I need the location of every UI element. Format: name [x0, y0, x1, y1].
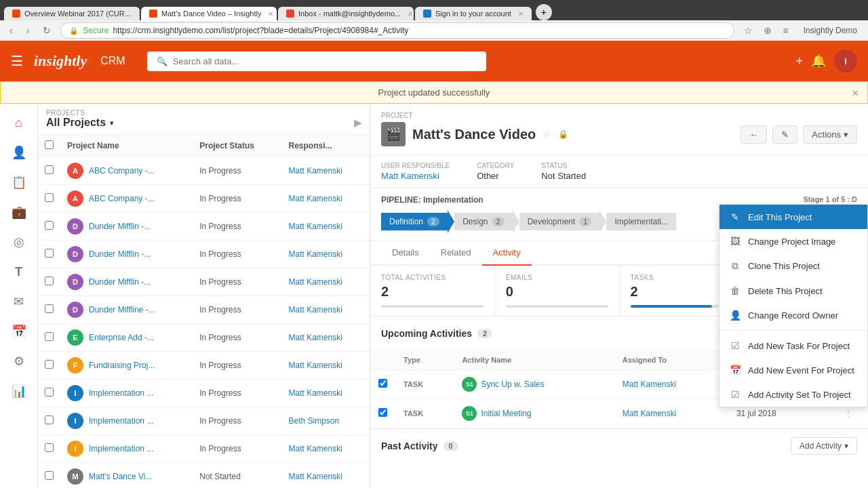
dropdown-item-clone-this-project[interactable]: ⧉Clone This Project — [719, 253, 867, 279]
sidebar-item-text[interactable]: T — [5, 258, 33, 285]
project-name-link[interactable]: Fundraising Proj... — [89, 361, 155, 370]
project-name-link[interactable]: ABC Company -... — [89, 194, 155, 203]
table-row[interactable]: I Implementation ... In Progress Beth Si… — [38, 407, 370, 435]
forward-button[interactable]: › — [22, 24, 34, 37]
edit-button-detail[interactable]: ✎ — [772, 125, 797, 144]
row-checkbox[interactable] — [45, 221, 54, 230]
row-checkbox[interactable] — [45, 249, 54, 258]
bookmark-button[interactable]: ☆ — [740, 24, 757, 37]
dropdown-item-delete-this-project[interactable]: 🗑Delete This Project — [719, 279, 867, 303]
row-checkbox[interactable] — [45, 193, 54, 202]
hamburger-menu[interactable]: ☰ — [11, 53, 23, 69]
table-row[interactable]: A ABC Company -... In Progress Matt Kame… — [38, 185, 370, 213]
notification-close[interactable]: ✕ — [852, 87, 859, 98]
project-name-link[interactable]: Dunder Miffline -... — [89, 305, 155, 314]
zoom-button[interactable]: ⊕ — [760, 24, 776, 37]
table-row[interactable]: F Fundraising Proj... In Progress Matt K… — [38, 352, 370, 380]
project-name-link[interactable]: Matt's Dance Vi... — [89, 472, 152, 481]
user-avatar[interactable]: I — [834, 49, 857, 73]
project-name-link[interactable]: Dunder Mifflin -... — [89, 222, 151, 231]
stage-implementation-btn[interactable]: Implementati... — [606, 213, 676, 230]
row-checkbox[interactable] — [45, 332, 54, 341]
tab-close-3[interactable]: ✕ — [408, 10, 413, 18]
sidebar-item-home[interactable]: ⌂ — [5, 109, 33, 136]
table-row[interactable]: D Dunder Mifflin -... In Progress Matt K… — [38, 213, 370, 241]
sidebar-item-opportunities[interactable]: 💼 — [5, 199, 33, 226]
table-row[interactable]: I Implementation ... In Progress Matt Ka… — [38, 435, 370, 463]
notification-icon[interactable]: 🔔 — [811, 54, 826, 68]
row-checkbox[interactable] — [45, 277, 54, 285]
row-checkbox[interactable] — [45, 360, 54, 369]
activity-name-link[interactable]: S1 Sync Up w. Sales — [462, 377, 606, 392]
tab-close-4[interactable]: ✕ — [518, 10, 524, 18]
activity-checkbox[interactable] — [378, 408, 387, 417]
sidebar-item-targets[interactable]: ◎ — [5, 228, 33, 256]
responsible-link[interactable]: Matt Kamenski — [289, 305, 342, 314]
project-name-link[interactable]: Implementation ... — [89, 416, 153, 426]
responsible-link[interactable]: Matt Kamenski — [289, 194, 342, 203]
sidebar-item-contacts[interactable]: 👤 — [5, 139, 33, 166]
stage-design-btn[interactable]: Design 2 — [454, 213, 512, 230]
stage-definition[interactable]: Definition 2 — [381, 210, 454, 233]
favorite-star-icon[interactable]: ☆ — [542, 129, 551, 140]
select-all-checkbox[interactable] — [45, 140, 54, 149]
activity-checkbox[interactable] — [378, 379, 387, 388]
browser-tab-1[interactable]: Overview Webinar 2017 (CUR... ✕ — [4, 7, 140, 20]
table-row[interactable]: M Matt's Dance Vi... Not Started Matt Ka… — [38, 463, 370, 489]
responsible-link[interactable]: Matt Kamenski — [289, 444, 342, 453]
project-name-link[interactable]: ABC Company -... — [89, 166, 155, 176]
sidebar-item-mail[interactable]: ✉ — [5, 288, 33, 315]
back-button[interactable]: ‹ — [5, 24, 17, 37]
dropdown-item-add-new-event[interactable]: 📅Add New Event For Project — [719, 358, 867, 382]
responsible-link[interactable]: Matt Kamenski — [289, 472, 342, 481]
projects-dropdown-icon[interactable]: ▾ — [110, 119, 113, 127]
browser-tab-2[interactable]: Matt's Dance Video – Insightly ✕ — [141, 7, 277, 20]
responsible-link[interactable]: Matt Kamenski — [289, 277, 342, 287]
refresh-button[interactable]: ↻ — [39, 24, 55, 37]
row-checkbox[interactable] — [45, 471, 54, 480]
table-row[interactable]: A ABC Company -... In Progress Matt Kame… — [38, 157, 370, 185]
table-row[interactable]: D Dunder Mifflin -... In Progress Matt K… — [38, 268, 370, 296]
dropdown-item-add-activity-set[interactable]: ☑Add Activity Set To Project — [719, 382, 867, 407]
sidebar-item-projects[interactable]: 📋 — [5, 169, 33, 196]
stage-definition-btn[interactable]: Definition 2 — [381, 213, 448, 230]
project-name-link[interactable]: Dunder Mifflin -... — [89, 277, 151, 287]
dropdown-item-change-record-owner[interactable]: 👤Change Record Owner — [719, 303, 867, 327]
stage-development-btn[interactable]: Development 1 — [519, 213, 600, 230]
new-tab-button[interactable]: + — [536, 4, 552, 20]
address-bar[interactable]: 🔒 Secure https://crm.insightlydemo.com/l… — [60, 22, 734, 39]
tab-close-1[interactable]: ✕ — [138, 10, 140, 18]
dropdown-item-change-project-image[interactable]: 🖼Change Project Image — [719, 229, 867, 253]
responsible-link[interactable]: Matt Kamenski — [289, 166, 342, 176]
row-checkbox[interactable] — [45, 415, 54, 424]
search-bar[interactable]: 🔍 — [147, 52, 486, 71]
stage-design[interactable]: Design 2 — [454, 210, 519, 233]
add-icon[interactable]: + — [795, 54, 803, 68]
responsible-link[interactable]: Beth Simpson — [289, 416, 340, 426]
project-name-link[interactable]: Implementation ... — [89, 444, 153, 453]
tab-related[interactable]: Related — [430, 241, 482, 266]
add-past-activity-button[interactable]: Add Activity ▾ — [791, 437, 857, 455]
tab-details[interactable]: Details — [381, 241, 430, 266]
stage-implementation[interactable]: Implementati... — [606, 213, 676, 230]
row-checkbox[interactable] — [45, 388, 54, 396]
browser-tab-3[interactable]: Inbox - mattk@insightlydemo... ✕ — [278, 7, 414, 20]
row-checkbox[interactable] — [45, 165, 54, 174]
dropdown-item-edit-this-project[interactable]: ✎Edit This Project — [719, 205, 867, 229]
table-row[interactable]: D Dunder Miffline -... In Progress Matt … — [38, 296, 370, 324]
menu-button[interactable]: ≡ — [778, 24, 792, 37]
back-button-detail[interactable]: ← — [741, 125, 767, 144]
responsible-link[interactable]: Matt Kamenski — [289, 222, 342, 231]
sidebar-item-calendar[interactable]: 📅 — [5, 318, 33, 345]
project-name-link[interactable]: Implementation ... — [89, 388, 153, 398]
responsible-link[interactable]: Matt Kamenski — [289, 388, 342, 398]
project-name-link[interactable]: Enterprise Add -... — [89, 333, 154, 342]
tab-activity[interactable]: Activity — [482, 241, 532, 266]
sidebar-item-settings[interactable]: ⚙ — [5, 348, 33, 375]
project-name-link[interactable]: Dunder Mifflin -... — [89, 249, 151, 259]
dropdown-item-add-new-task[interactable]: ☑Add New Task For Project — [719, 333, 867, 358]
actions-dropdown-button[interactable]: Actions ▾ — [803, 125, 857, 144]
panel-expand-icon[interactable]: ▶ — [354, 117, 361, 128]
responsible-link[interactable]: Matt Kamenski — [289, 333, 342, 342]
responsible-link[interactable]: Matt Kamenski — [289, 361, 342, 370]
